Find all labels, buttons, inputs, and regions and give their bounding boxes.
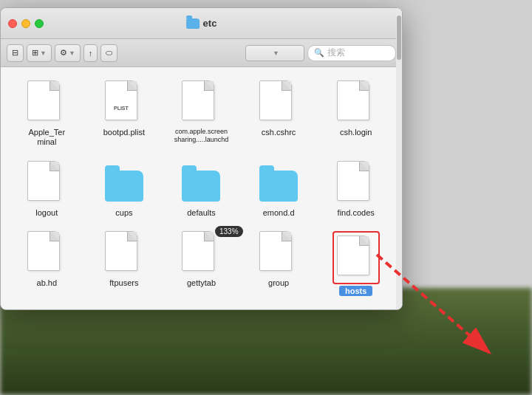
list-item[interactable]: csh.login <box>317 75 395 155</box>
list-item[interactable]: ab.hd <box>8 225 86 303</box>
file-label: csh.login <box>340 128 372 137</box>
view-dropdown-arrow: ▼ <box>40 49 47 57</box>
toolbar: ⊟ ⊞ ▼ ⚙ ▼ ↑ ⬭ ▼ 🔍 搜索 <box>1 39 402 67</box>
file-icon-ab-hd <box>27 231 66 275</box>
file-label: ftpusers <box>109 278 138 288</box>
file-icon-group <box>259 231 298 275</box>
file-icon-com-apple <box>182 80 220 125</box>
title-bar: etc <box>1 8 402 39</box>
list-item[interactable]: group <box>240 225 318 303</box>
search-icon: 🔍 <box>314 48 324 58</box>
search-placeholder: 搜索 <box>327 47 345 59</box>
doc-shape <box>182 80 214 120</box>
file-icon-emond-d <box>259 161 298 205</box>
file-label: bootpd.plist <box>103 128 145 137</box>
file-icon-logout <box>27 161 66 205</box>
list-item[interactable]: emond.d <box>240 155 318 225</box>
list-item[interactable]: find.codes <box>317 155 395 225</box>
traffic-lights <box>8 19 44 28</box>
doc-shape <box>337 80 369 120</box>
file-icon-csh-login <box>337 80 375 125</box>
close-button[interactable] <box>8 19 17 28</box>
file-label: logout <box>35 208 58 218</box>
file-label: defaults <box>187 208 216 218</box>
doc-shape <box>337 161 369 201</box>
share-icon: ↑ <box>89 49 93 58</box>
list-item[interactable]: csh.cshrc <box>240 75 318 155</box>
list-item[interactable]: ftpusers <box>86 225 163 303</box>
icon-view-button[interactable]: ⊞ ▼ <box>27 44 52 62</box>
minimize-button[interactable] <box>21 19 30 28</box>
file-icon-defaults <box>182 161 220 205</box>
doc-shape <box>27 231 60 271</box>
file-label: Apple_Terminal <box>29 128 66 147</box>
folder-title-icon <box>186 18 200 29</box>
plist-label: PLIST <box>114 106 129 111</box>
search-box[interactable]: 🔍 搜索 <box>307 45 396 61</box>
action-button[interactable]: ⚙ ▼ <box>55 44 81 62</box>
grid-view-icon: ⊞ <box>32 48 38 58</box>
file-label: cups <box>115 208 132 218</box>
scrollbar-thumb[interactable] <box>397 16 401 60</box>
list-item[interactable]: logout <box>8 155 86 225</box>
doc-shape <box>259 231 292 271</box>
doc-shape <box>259 80 292 120</box>
file-grid: Apple_Terminal PLIST bootpd.plist com.ap… <box>1 67 402 310</box>
file-icon-cups <box>105 161 143 205</box>
tag-button[interactable]: ⬭ <box>100 44 117 62</box>
tag-icon: ⬭ <box>106 48 112 58</box>
window-title-area: etc <box>186 18 217 29</box>
file-label: find.codes <box>338 208 375 218</box>
doc-shape <box>27 80 60 120</box>
maximize-button[interactable] <box>35 19 44 28</box>
file-label: group <box>268 278 289 288</box>
path-chevron-icon: ▼ <box>273 49 279 57</box>
file-label: com.apple.screensharing.....launchd <box>174 128 229 144</box>
folder-shape <box>182 171 220 202</box>
file-label: csh.cshrc <box>262 128 296 137</box>
finder-window: etc ⊟ ⊞ ▼ ⚙ ▼ ↑ ⬭ ▼ 🔍 搜索 <box>0 7 403 310</box>
list-item[interactable]: defaults <box>163 155 240 225</box>
doc-shape <box>182 231 214 271</box>
folder-shape <box>259 171 298 202</box>
zoom-badge: 133% <box>215 226 243 237</box>
file-icon-find-codes <box>337 161 375 205</box>
gear-icon: ⚙ <box>60 48 67 58</box>
list-item[interactable]: Apple_Terminal <box>8 75 86 155</box>
window-title: etc <box>203 18 217 29</box>
file-icon-bootpd: PLIST <box>105 80 143 125</box>
file-icon-apple-ter <box>27 80 66 125</box>
doc-shape <box>27 161 60 201</box>
list-item[interactable]: cups <box>86 155 163 225</box>
list-item[interactable]: com.apple.screensharing.....launchd <box>163 75 240 155</box>
file-label: ab.hd <box>37 278 58 288</box>
file-icon-ftpusers <box>105 231 143 275</box>
column-view-icon: ⊟ <box>12 48 18 58</box>
share-button[interactable]: ↑ <box>83 44 98 62</box>
file-label: gettytab <box>187 278 216 288</box>
path-dropdown[interactable]: ▼ <box>245 45 304 61</box>
folder-shape <box>105 171 143 202</box>
file-icon-gettytab <box>182 231 220 275</box>
dashed-arrow-indicator <box>355 233 517 380</box>
list-item[interactable]: PLIST bootpd.plist <box>86 75 163 155</box>
view-toggle-button[interactable]: ⊟ <box>7 44 24 62</box>
action-dropdown-arrow: ▼ <box>69 49 75 57</box>
file-label: emond.d <box>263 208 295 218</box>
doc-shape: PLIST <box>105 80 137 120</box>
doc-shape <box>105 231 137 271</box>
file-icon-csh-cshrc <box>259 80 298 125</box>
svg-line-1 <box>377 255 491 354</box>
